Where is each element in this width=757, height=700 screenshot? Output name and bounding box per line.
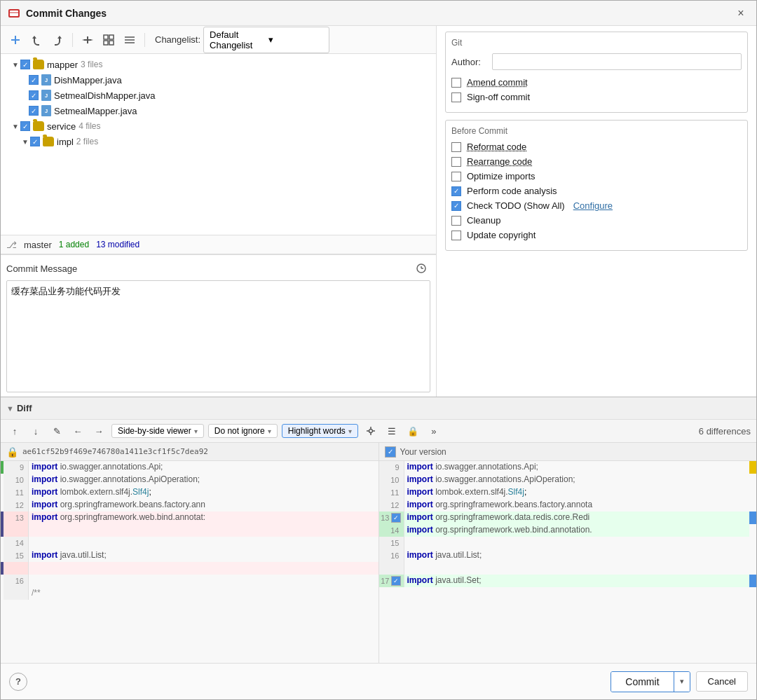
back-diff-button[interactable]: ←: [69, 423, 86, 439]
prev-diff-button[interactable]: ↑: [6, 423, 23, 439]
help-button[interactable]: ?: [9, 673, 27, 691]
expand-impl-icon[interactable]: ▼: [20, 137, 30, 146]
diff-line-content: import java.util.List;: [404, 549, 750, 562]
tree-item-mapper[interactable]: ▼ mapper 3 files: [1, 57, 436, 72]
branch-name: master: [24, 240, 52, 250]
commit-message-input[interactable]: [6, 280, 430, 392]
forward-diff-button[interactable]: →: [90, 423, 107, 439]
lock-icon: 🔒: [6, 446, 18, 458]
highlight-dropdown[interactable]: Highlight words ▾: [282, 424, 358, 438]
tree-item-setmealdishmapper[interactable]: SetmealDishMapper.java: [1, 88, 436, 103]
diff-line: [1, 562, 378, 575]
tree-item-impl[interactable]: ▼ impl 2 files: [1, 134, 436, 149]
diff-line: 13 import org.springframework.web.bind.a…: [1, 512, 378, 524]
check-todo-row[interactable]: Check TODO (Show All) Configure: [451, 200, 742, 211]
expand-mapper-icon[interactable]: ▼: [11, 60, 20, 69]
more-diff-button[interactable]: »: [425, 423, 442, 439]
svg-marker-4: [82, 39, 85, 41]
reformat-code-checkbox[interactable]: [451, 142, 461, 152]
redo-button[interactable]: [48, 31, 67, 49]
expand-service-icon[interactable]: ▼: [11, 121, 20, 131]
author-label: Author:: [451, 57, 486, 67]
lock-diff-button[interactable]: 🔒: [404, 423, 421, 439]
diff-line: 12 import org.springframework.beans.fact…: [1, 499, 378, 512]
optimize-imports-checkbox[interactable]: [451, 172, 461, 181]
diff-line: 15: [379, 537, 757, 549]
line-checkbox[interactable]: ✓: [391, 576, 401, 586]
sign-off-row[interactable]: Sign-off commit: [451, 92, 742, 102]
checkbox-setmealmapper[interactable]: [29, 106, 39, 116]
svg-point-15: [369, 430, 372, 433]
sign-off-checkbox[interactable]: [451, 92, 461, 102]
checkbox-setmealdishmapper[interactable]: [29, 90, 39, 100]
tree-item-setmealmapper[interactable]: SetmealMapper.java: [1, 103, 436, 118]
rearrange-code-checkbox[interactable]: [451, 157, 461, 167]
checkbox-impl[interactable]: [30, 137, 40, 146]
optimize-imports-row[interactable]: Optimize imports: [451, 171, 742, 181]
tree-meta-mapper: 3 files: [81, 60, 102, 69]
rearrange-code-row[interactable]: Rearrange code: [451, 156, 742, 167]
settings-diff-button[interactable]: [362, 423, 379, 439]
close-button[interactable]: ×: [732, 5, 749, 22]
diff-gutter: 13: [4, 512, 29, 524]
check-todo-checkbox[interactable]: [451, 201, 461, 211]
diff-line-content: import io.swagger.annotations.Api;: [404, 461, 750, 474]
diff-left-hash: ae61cf52b9f469e746780a1411e3cf1f5c7dea92: [22, 447, 208, 456]
ignore-dropdown[interactable]: Do not ignore ▾: [208, 424, 278, 438]
tree-item-service[interactable]: ▼ service 4 files: [1, 118, 436, 134]
diff-line-content: /**: [29, 587, 378, 600]
file-icon-dishmapper: [41, 74, 51, 85]
svg-rect-5: [104, 35, 108, 39]
commit-changes-dialog: Commit Changes ×: [0, 0, 757, 700]
commit-dropdown-button[interactable]: ▾: [674, 672, 690, 692]
update-copyright-row[interactable]: Update copyright: [451, 230, 742, 240]
amend-commit-checkbox[interactable]: [451, 78, 461, 88]
perform-analysis-row[interactable]: Perform code analysis: [451, 186, 742, 196]
right-marker: [749, 549, 756, 562]
tree-item-dishmapper[interactable]: DishMapper.java: [1, 72, 436, 88]
separator2: [144, 33, 145, 47]
file-tree[interactable]: ▼ mapper 3 files DishMapper.java: [1, 54, 436, 235]
diff-right-content[interactable]: 9 import io.swagger.annotations.Api; 10 …: [379, 461, 757, 663]
rearrange-code-label: Rearrange code: [467, 156, 532, 167]
perform-analysis-checkbox[interactable]: [451, 186, 461, 196]
diff-left-content[interactable]: 9 import io.swagger.annotations.Api; 10 …: [1, 461, 378, 663]
move-button[interactable]: [79, 31, 97, 49]
author-row: Author:: [451, 53, 742, 70]
diff-gutter: 16: [4, 575, 29, 587]
next-diff-button[interactable]: ↓: [27, 423, 44, 439]
ignore-arrow-icon: ▾: [268, 427, 271, 435]
diff-title: Diff: [17, 403, 32, 413]
commit-button[interactable]: Commit: [611, 672, 674, 692]
expand-all-button[interactable]: [100, 31, 118, 49]
right-marker: [749, 524, 756, 537]
sign-off-label: Sign-off commit: [467, 92, 530, 102]
diff-gutter: [4, 524, 29, 537]
checkbox-mapper[interactable]: [20, 60, 30, 69]
amend-commit-row[interactable]: Amend commit: [451, 77, 742, 88]
author-input[interactable]: [492, 53, 742, 70]
configure-link[interactable]: Configure: [573, 200, 613, 211]
viewer-dropdown[interactable]: Side-by-side viewer ▾: [111, 424, 204, 438]
diff-collapse-icon[interactable]: ▼: [6, 404, 14, 413]
message-history-button[interactable]: [412, 259, 430, 277]
cancel-button[interactable]: Cancel: [696, 671, 748, 692]
reformat-code-row[interactable]: Reformat code: [451, 142, 742, 152]
checkbox-service[interactable]: [20, 121, 30, 131]
update-copyright-label: Update copyright: [467, 230, 536, 240]
checkbox-dishmapper[interactable]: [29, 75, 39, 85]
update-copyright-checkbox[interactable]: [451, 231, 461, 240]
changelist-dropdown[interactable]: Default Changelist ▾: [203, 27, 329, 53]
add-button[interactable]: [6, 31, 25, 49]
cleanup-row[interactable]: Cleanup: [451, 215, 742, 226]
check-todo-label: Check TODO (Show All): [467, 200, 565, 211]
collapse-all-button[interactable]: [121, 31, 139, 49]
columns-diff-button[interactable]: ☰: [383, 423, 400, 439]
diff-header[interactable]: ▼ Diff: [1, 397, 756, 420]
cleanup-checkbox[interactable]: [451, 216, 461, 226]
edit-diff-button[interactable]: ✎: [48, 423, 65, 439]
undo-button[interactable]: [27, 31, 46, 49]
svg-rect-1: [10, 11, 18, 16]
before-commit-title: Before Commit: [451, 126, 742, 136]
line-checkbox[interactable]: ✓: [391, 513, 401, 523]
